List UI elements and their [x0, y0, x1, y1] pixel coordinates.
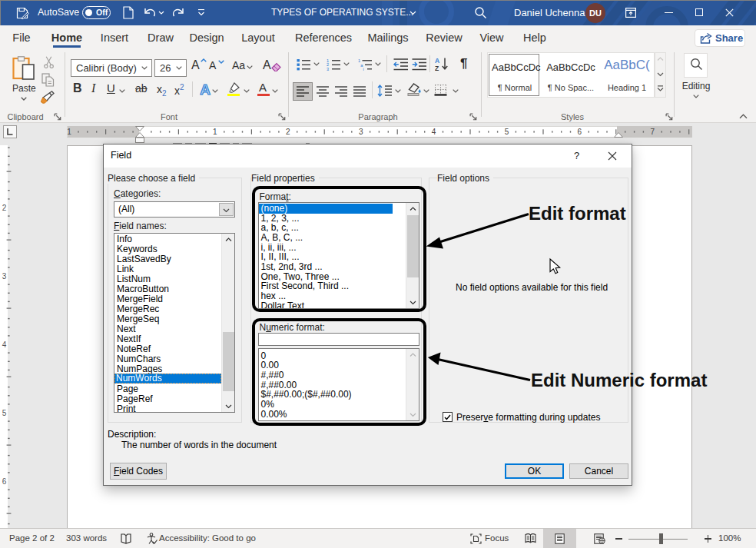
svg-text:i: i: [363, 67, 363, 71]
svg-text:1: 1: [67, 128, 71, 136]
svg-text:5: 5: [2, 409, 7, 417]
svg-text:2: 2: [286, 128, 290, 136]
svg-text:1: 1: [213, 128, 217, 136]
svg-text:2: 2: [2, 204, 7, 212]
svg-text:7: 7: [651, 128, 655, 136]
svg-text:6: 6: [578, 128, 582, 136]
svg-text:A: A: [200, 82, 211, 96]
svg-text:A: A: [435, 57, 439, 65]
svg-text:3: 3: [359, 128, 363, 136]
svg-text:4: 4: [2, 340, 7, 349]
svg-text:Z: Z: [435, 65, 439, 71]
svg-text:3: 3: [2, 272, 7, 281]
svg-text:4: 4: [432, 128, 436, 136]
svg-text:3: 3: [327, 67, 329, 71]
svg-text:5: 5: [505, 128, 509, 136]
svg-text:6: 6: [2, 477, 7, 486]
